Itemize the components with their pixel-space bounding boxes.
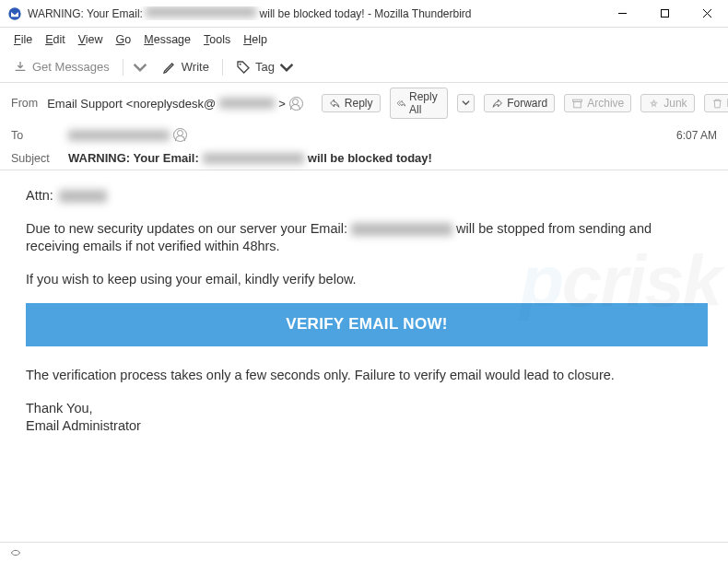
chevron-down-icon (279, 60, 294, 75)
toolbar: Get Messages Write Tag (0, 52, 728, 83)
download-icon (13, 60, 28, 75)
tag-button[interactable]: Tag (230, 57, 299, 77)
delete-button[interactable]: Delete (704, 94, 728, 112)
from-label: From (11, 97, 38, 110)
write-button[interactable]: Write (157, 57, 215, 77)
get-messages-button[interactable]: Get Messages (7, 57, 115, 77)
reply-all-dropdown[interactable] (457, 94, 475, 112)
pencil-icon (162, 60, 177, 75)
chevron-down-icon (462, 99, 470, 107)
get-messages-dropdown[interactable] (129, 57, 151, 77)
archive-icon (571, 98, 583, 110)
contact-icon[interactable] (173, 128, 187, 142)
menu-file[interactable]: File (7, 30, 39, 49)
redacted-text (219, 98, 275, 109)
separator (222, 59, 223, 76)
attn-line: Attn: (26, 187, 708, 205)
message-headers: From Email Support <noreplysdesk@> Reply… (0, 83, 728, 170)
menu-help[interactable]: Help (237, 30, 274, 49)
subject-label: Subject (11, 152, 59, 165)
connection-icon[interactable] (9, 546, 22, 559)
redacted-text (68, 130, 170, 141)
tag-icon (236, 60, 251, 75)
junk-button[interactable]: Junk (640, 94, 694, 112)
svg-rect-4 (574, 101, 581, 108)
to-label: To (11, 129, 59, 142)
message-body: Attn: Due to new security updates on our… (0, 170, 728, 467)
thunderbird-icon (7, 6, 22, 21)
chevron-down-icon (133, 60, 147, 75)
svg-point-2 (240, 63, 241, 64)
reply-all-icon (397, 98, 406, 110)
body-paragraph: If you wish to keep using your email, ki… (26, 271, 708, 289)
body-paragraph: The verification process takes only a fe… (26, 367, 708, 385)
archive-button[interactable]: Archive (564, 94, 631, 112)
verify-email-button[interactable]: VERIFY EMAIL NOW! (26, 303, 708, 346)
svg-point-0 (8, 7, 20, 19)
statusbar (0, 542, 728, 562)
redacted-text (351, 223, 452, 236)
redacted-text (59, 190, 107, 203)
separator (123, 59, 123, 76)
menubar: File Edit View Go Message Tools Help (0, 28, 728, 52)
reply-all-button[interactable]: Reply All (390, 88, 449, 119)
window-title: WARNING: Your Email: will be blocked tod… (28, 6, 601, 20)
from-value: Email Support <noreplysdesk@> (47, 97, 303, 111)
svg-rect-1 (661, 10, 668, 18)
menu-message[interactable]: Message (137, 30, 197, 49)
redacted-text (203, 153, 304, 164)
minimize-button[interactable] (601, 0, 643, 28)
trash-icon (711, 98, 723, 110)
menu-tools[interactable]: Tools (197, 30, 237, 49)
redacted-text (146, 6, 256, 18)
forward-icon (491, 98, 503, 110)
body-paragraph: Due to new security updates on our serve… (26, 220, 708, 256)
junk-icon (648, 98, 660, 110)
subject-value: WARNING: Your Email: will be blocked tod… (68, 151, 717, 165)
window-titlebar: WARNING: Your Email: will be blocked tod… (0, 0, 728, 28)
signature: Thank You,Email Administrator (26, 400, 708, 436)
reply-icon (329, 98, 341, 110)
reply-button[interactable]: Reply (322, 94, 381, 112)
message-time: 6:07 AM (676, 129, 717, 142)
menu-view[interactable]: View (72, 30, 110, 49)
to-value (68, 128, 667, 142)
menu-edit[interactable]: Edit (39, 30, 72, 49)
forward-button[interactable]: Forward (484, 94, 555, 112)
close-button[interactable] (686, 0, 728, 28)
maximize-button[interactable] (643, 0, 686, 28)
menu-go[interactable]: Go (110, 30, 138, 49)
contact-icon[interactable] (289, 97, 303, 111)
svg-point-5 (652, 101, 655, 104)
